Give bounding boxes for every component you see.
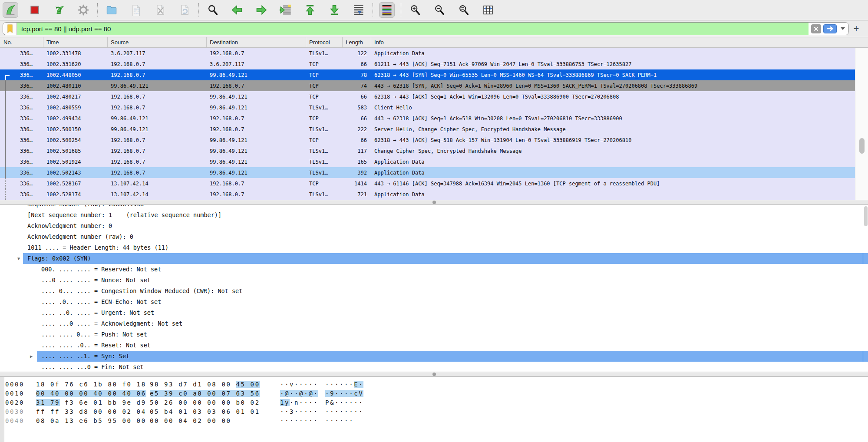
detail-row[interactable]: .... .... .0.. = Reset: Not set	[0, 340, 868, 351]
hex-row[interactable]: 004008 0a 13 e6 b5 95 00 0000 00 04 02 0…	[4, 416, 868, 426]
filter-dropdown-caret[interactable]	[841, 27, 845, 30]
detail-row[interactable]: .... .... ...0 = Fin: Not set	[0, 362, 868, 372]
details-scrollbar[interactable]	[863, 205, 868, 372]
auto-scroll-button[interactable]	[351, 2, 366, 18]
save-file-button[interactable]: 010100110101010	[128, 2, 144, 18]
cell-length: 117	[343, 148, 371, 154]
go-forward-button[interactable]	[254, 2, 269, 18]
packet-row[interactable]: 336…1002.48011099.86.49.121192.168.0.7TC…	[0, 80, 855, 91]
go-first-packet-button[interactable]	[302, 2, 318, 18]
column-header-length[interactable]: Length	[343, 37, 371, 47]
cell-info: 62318 → 443 [SYN] Seq=0 Win=65535 Len=0 …	[371, 72, 855, 78]
cell-source: 192.168.0.7	[108, 61, 207, 67]
packet-row[interactable]: 336…1002.480217192.168.0.799.86.49.121TC…	[0, 91, 855, 102]
start-capture-button[interactable]	[3, 2, 18, 18]
detail-row[interactable]: .... ..0. .... = Urgent: Not set	[0, 307, 868, 318]
cell-source: 192.168.0.7	[108, 94, 207, 100]
find-icon	[207, 4, 219, 16]
resize-columns-button[interactable]	[480, 2, 496, 18]
detail-row[interactable]: 1011 .... = Header Length: 44 bytes (11)	[0, 242, 868, 253]
column-header-source[interactable]: Source	[108, 37, 207, 47]
go-back-button[interactable]	[229, 2, 245, 18]
detail-row[interactable]: ...0 .... .... = Nonce: Not set	[0, 275, 868, 286]
zoom-out-button[interactable]	[432, 2, 447, 18]
packet-list-body: 336…1002.3314783.6.207.117192.168.0.7TLS…	[0, 48, 855, 200]
close-file-button[interactable]	[152, 2, 168, 18]
zoom-in-button[interactable]	[407, 2, 423, 18]
column-header-no[interactable]: No.	[0, 37, 43, 47]
detail-row[interactable]: .... ...0 .... = Acknowledgment: Not set	[0, 318, 868, 329]
hex-row[interactable]: 000018 0f 76 c6 1b 80 f0 1898 93 d7 d1 0…	[4, 380, 868, 389]
hex-row[interactable]: 002031 79 f3 6e 01 bb 9e d950 26 00 00 0…	[4, 398, 868, 407]
detail-row[interactable]: [Next sequence number: 1 (relative seque…	[0, 210, 868, 221]
conversation-mark-icon	[5, 75, 10, 81]
packet-row[interactable]: 336…1002.3314783.6.207.117192.168.0.7TLS…	[0, 48, 855, 59]
add-filter-button[interactable]: +	[849, 23, 864, 34]
reload-file-button[interactable]	[177, 2, 192, 18]
packet-row[interactable]: 336…1002.50015099.86.49.121192.168.0.7TL…	[0, 124, 855, 135]
packet-row[interactable]: 336…1002.49943499.86.49.121192.168.0.7TC…	[0, 113, 855, 124]
capture-options-button[interactable]	[76, 2, 91, 18]
scrollbar-thumb[interactable]	[859, 138, 865, 154]
packet-row[interactable]: 336…1002.500254192.168.0.799.86.49.121TC…	[0, 135, 855, 145]
apply-filter-button[interactable]	[823, 24, 837, 33]
detail-text: Flags: 0x002 (SYN)	[23, 253, 868, 264]
open-file-button[interactable]	[104, 2, 119, 18]
detail-row[interactable]: .... .0.. .... = ECN-Echo: Not set	[0, 297, 868, 307]
restart-capture-button[interactable]	[51, 2, 67, 18]
cell-no: 336…	[0, 126, 43, 132]
expand-icon[interactable]: ▶	[30, 351, 33, 362]
save-file-icon: 010100110101010	[130, 4, 142, 16]
clear-filter-button[interactable]	[811, 24, 821, 33]
packet-row[interactable]: 336…1002.448050192.168.0.799.86.49.121TC…	[0, 69, 855, 80]
detail-row[interactable]: .... 0... .... = Congestion Window Reduc…	[0, 286, 868, 297]
forward-arrow-icon	[255, 4, 267, 16]
packet-row[interactable]: 336…1002.502143192.168.0.799.86.49.121TL…	[0, 167, 855, 178]
find-packet-button[interactable]	[205, 2, 221, 18]
packet-row[interactable]: 336…1002.52817413.107.42.14192.168.0.7TL…	[0, 189, 855, 200]
stop-capture-button[interactable]	[27, 2, 43, 18]
filter-query-input[interactable]: tcp.port == 80 || udp.port == 80	[17, 23, 809, 35]
splitter-handle-icon	[432, 201, 436, 204]
splitter-handle-icon	[432, 373, 436, 376]
pane-splitter-top[interactable]	[0, 200, 868, 205]
detail-row[interactable]: Acknowledgment number (raw): 0	[0, 231, 868, 242]
detail-row[interactable]: ▼Flags: 0x002 (SYN)	[0, 253, 868, 264]
detail-text: .... ..0. .... = Urgent: Not set	[41, 307, 154, 318]
bookmark-icon[interactable]	[3, 23, 17, 35]
zoom-reset-button[interactable]	[456, 2, 472, 18]
packet-row[interactable]: 336…1002.480559192.168.0.799.86.49.121TL…	[0, 102, 855, 113]
filter-controls	[809, 23, 848, 35]
cell-length: 122	[343, 50, 371, 56]
hex-row[interactable]: 0030ff ff 33 d8 00 00 02 0405 b4 01 03 0…	[4, 407, 868, 416]
packet-row[interactable]: 336…1002.501924192.168.0.799.86.49.121TL…	[0, 156, 855, 167]
last-packet-icon	[328, 4, 340, 16]
packet-row[interactable]: 336…1002.331620192.168.0.73.6.207.117TCP…	[0, 59, 855, 69]
detail-row[interactable]: .... .... 0... = Push: Not set	[0, 329, 868, 340]
zoom-reset-icon	[458, 4, 470, 16]
cell-time: 1002.502143	[43, 170, 108, 176]
detail-row[interactable]: Acknowledgment number: 0	[0, 221, 868, 231]
go-to-packet-button[interactable]	[278, 2, 294, 18]
detail-row[interactable]: ▶.... .... ..1. = Syn: Set	[0, 351, 868, 362]
detail-row[interactable]: Sequence number (raw): 2665041958	[0, 205, 868, 210]
column-header-info[interactable]: Info	[371, 37, 868, 47]
scrollbar-thumb[interactable]	[864, 206, 868, 226]
column-header-protocol[interactable]: Protocol	[306, 37, 343, 47]
packet-list-scrollbar[interactable]	[855, 48, 868, 200]
collapse-icon[interactable]: ▼	[17, 253, 20, 264]
display-filter-field[interactable]: tcp.port == 80 || udp.port == 80	[3, 22, 849, 35]
cell-source: 192.168.0.7	[108, 105, 207, 111]
go-last-packet-button[interactable]	[327, 2, 342, 18]
detail-row[interactable]: 000. .... .... = Reserved: Not set	[0, 264, 868, 275]
column-header-time[interactable]: Time	[43, 37, 108, 47]
column-header-destination[interactable]: Destination	[207, 37, 306, 47]
packet-row[interactable]: 336…1002.501685192.168.0.799.86.49.121TL…	[0, 145, 855, 156]
cell-info: Application Data	[371, 170, 855, 176]
pane-splitter-bottom[interactable]	[0, 372, 868, 377]
cell-protocol: TLSv1…	[306, 105, 343, 111]
colorize-button[interactable]	[379, 2, 395, 18]
wireshark-window: 010100110101010 tcp.port == 80 || udp.po…	[0, 0, 868, 442]
packet-row[interactable]: 336…1002.52816713.107.42.14192.168.0.7TC…	[0, 178, 855, 189]
hex-row[interactable]: 001000 40 00 00 40 00 40 06e5 39 c0 a8 0…	[4, 389, 868, 398]
